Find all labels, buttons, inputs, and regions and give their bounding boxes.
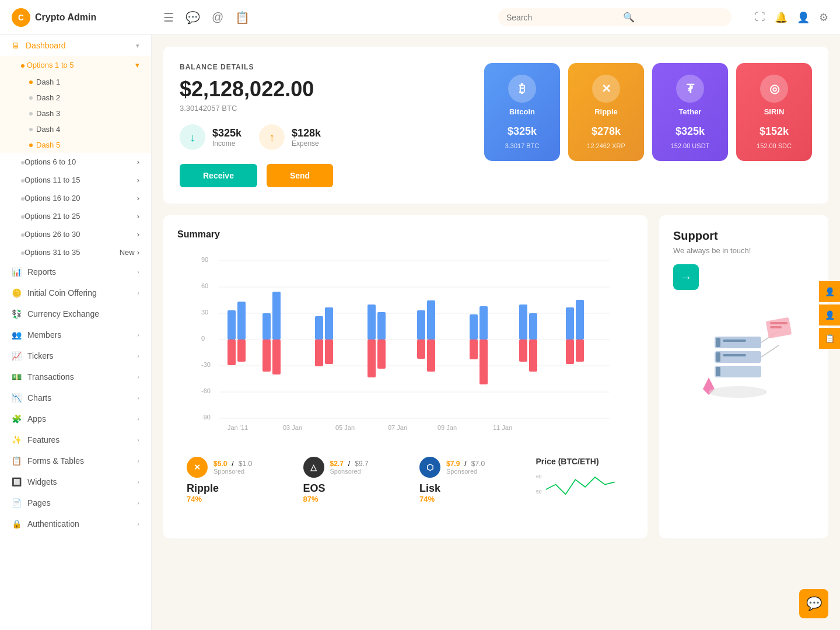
crypto-card-sirin[interactable]: ◎ SIRIN $152k 152.00 SDC <box>736 63 812 161</box>
bitcoin-name: Bitcoin <box>509 107 535 116</box>
eos-sponsored: Sponsored <box>330 468 369 475</box>
svg-point-68 <box>709 386 767 398</box>
sidebar-item-members[interactable]: 👥Members › <box>0 324 151 345</box>
float-btn-3[interactable]: 📋 <box>819 328 840 349</box>
chevron-right-icon: › <box>137 268 139 275</box>
sidebar-item-ico[interactable]: 🪙Initial Coin Offering › <box>0 282 151 303</box>
chevron-right-icon: › <box>137 457 139 464</box>
sub-item-options-6-10[interactable]: Options 6 to 10 › <box>0 153 151 171</box>
dot-icon <box>21 64 24 68</box>
income-value: $325k <box>212 127 242 139</box>
bitcoin-icon: ₿ <box>508 75 536 103</box>
clipboard-icon[interactable]: 📋 <box>235 10 250 24</box>
chat-icon[interactable]: 💬 <box>186 10 200 24</box>
apps-icon: 🧩 <box>12 414 22 424</box>
menu-icon[interactable]: ☰ <box>163 10 174 24</box>
eos-ticker-name: EOS <box>303 482 392 495</box>
settings-icon[interactable]: ⚙ <box>819 11 828 24</box>
svg-rect-26 <box>368 304 376 340</box>
sidebar-item-widgets[interactable]: 🔲Widgets › <box>0 471 151 492</box>
float-btn-2[interactable]: 👤 <box>819 304 840 326</box>
ticker-row: ✕ $5.0 / $1.0 Sponsored Ripple <box>177 447 634 524</box>
chevron-right-icon: › <box>137 394 139 401</box>
chevron-right-icon: › <box>137 352 139 359</box>
sidebar-item-forms[interactable]: 📋Forms & Tables › <box>0 450 151 471</box>
sirin-icon: ◎ <box>760 75 788 103</box>
summary-card: Summary 90 60 30 0 -30 -60 -90 <box>163 215 648 538</box>
auth-icon: 🔒 <box>12 519 22 528</box>
sub-item-options-21-25[interactable]: Options 21 to 25 › <box>0 207 151 225</box>
sidebar: 🖥 Dashboard ▾ Options 1 to 5 ▾ Dash 1 Da… <box>0 35 152 630</box>
sub-sub-item-dash5[interactable]: Dash 5 <box>0 137 151 153</box>
chevron-right-icon: › <box>137 176 139 184</box>
crypto-card-bitcoin[interactable]: ₿ Bitcoin $325k 3.3017 BTC <box>484 63 560 161</box>
sub-item-options-11-15[interactable]: Options 11 to 15 › <box>0 171 151 189</box>
svg-rect-42 <box>566 307 574 340</box>
svg-text:30: 30 <box>201 309 208 316</box>
search-input[interactable] <box>506 13 623 22</box>
sub-sub-item-dash1[interactable]: Dash 1 <box>0 74 151 90</box>
send-button[interactable]: Send <box>267 164 333 187</box>
at-icon[interactable]: @ <box>212 10 223 24</box>
svg-line-63 <box>761 345 779 357</box>
chat-float-button[interactable]: 💬 <box>799 589 828 618</box>
sidebar-item-reports[interactable]: 📊Reports › <box>0 261 151 282</box>
lisk-ticker-icon: ⬡ <box>419 457 440 478</box>
svg-rect-15 <box>228 340 236 365</box>
crypto-card-ripple[interactable]: ✕ Ripple $278k 12.2462 XRP <box>568 63 644 161</box>
svg-rect-27 <box>368 340 376 377</box>
sidebar-item-charts[interactable]: 📉Charts › <box>0 387 151 408</box>
svg-rect-33 <box>427 340 435 372</box>
sidebar-item-features[interactable]: ✨Features › <box>0 429 151 450</box>
crypto-card-tether[interactable]: ₮ Tether $325k 152.00 USDT <box>652 63 728 161</box>
ticker-card-eos[interactable]: △ $2.7 / $9.7 Sponsored EOS 8 <box>294 447 401 524</box>
tether-btc: 152.00 USDT <box>671 142 710 149</box>
svg-rect-57 <box>715 351 761 363</box>
fullscreen-icon[interactable]: ⛶ <box>755 11 765 23</box>
chevron-right-icon: › <box>137 230 139 239</box>
user-icon[interactable]: 👤 <box>797 11 810 24</box>
sub-item-options-26-30[interactable]: Options 26 to 30 › <box>0 225 151 243</box>
float-btn-1[interactable]: 👤 <box>819 281 840 302</box>
sub-sub-item-dash4[interactable]: Dash 4 <box>0 121 151 137</box>
price-chart-title: Price (BTC/ETH) <box>536 457 625 466</box>
sidebar-item-apps[interactable]: 🧩Apps › <box>0 408 151 429</box>
balance-amount: $2,128,022.00 <box>180 77 467 102</box>
balance-left: BALANCE DETAILS $2,128,022.00 3.30142057… <box>180 63 467 187</box>
bell-icon[interactable]: 🔔 <box>775 11 788 24</box>
sidebar-item-transactions[interactable]: 💵Transactions › <box>0 366 151 387</box>
search-bar[interactable]: 🔍 <box>498 8 732 26</box>
sirin-btc: 152.00 SDC <box>757 142 792 149</box>
sub-sub-item-dash2[interactable]: Dash 2 <box>0 90 151 106</box>
receive-button[interactable]: Receive <box>180 164 257 187</box>
forms-icon: 📋 <box>12 456 22 466</box>
svg-rect-23 <box>315 340 323 366</box>
sub-sub-item-dash3[interactable]: Dash 3 <box>0 106 151 121</box>
svg-rect-30 <box>417 310 425 340</box>
svg-rect-58 <box>716 352 720 362</box>
ticker-card-lisk[interactable]: ⬡ $7.9 / $7.0 Sponsored Lisk <box>410 447 517 524</box>
tickers-icon: 📈 <box>12 351 22 360</box>
sidebar-item-dashboard[interactable]: 🖥 Dashboard ▾ <box>0 35 151 56</box>
sidebar-item-pages[interactable]: 📄Pages › <box>0 492 151 513</box>
ripple-prices: $5.0 / $1.0 <box>214 460 252 468</box>
ticker-card-ripple[interactable]: ✕ $5.0 / $1.0 Sponsored Ripple <box>177 447 285 524</box>
balance-btc: 3.30142057 BTC <box>180 104 467 113</box>
support-arrow-button[interactable]: → <box>673 264 699 290</box>
sub-item-options-16-20[interactable]: Options 16 to 20 › <box>0 189 151 207</box>
ripple-ticker-name: Ripple <box>187 482 275 495</box>
chart-area: 90 60 30 0 -30 -60 -90 <box>177 249 634 436</box>
svg-rect-31 <box>417 340 425 359</box>
sub-item-options-31-35[interactable]: Options 31 to 35 New › <box>0 243 151 261</box>
svg-text:-60: -60 <box>201 387 211 394</box>
divider: / <box>232 460 233 468</box>
dash3-label: Dash 3 <box>36 109 60 118</box>
chevron-right-icon: › <box>137 194 139 202</box>
bitcoin-usd: $325k <box>508 125 537 138</box>
sidebar-item-tickers[interactable]: 📈Tickers › <box>0 345 151 366</box>
layout: 🖥 Dashboard ▾ Options 1 to 5 ▾ Dash 1 Da… <box>0 35 840 630</box>
sidebar-item-auth[interactable]: 🔒Authentication › <box>0 513 151 534</box>
sidebar-item-currency[interactable]: 💱Currency Exchange <box>0 303 151 324</box>
svg-rect-19 <box>262 340 271 372</box>
sub-item-options-1-5[interactable]: Options 1 to 5 ▾ <box>0 56 151 74</box>
